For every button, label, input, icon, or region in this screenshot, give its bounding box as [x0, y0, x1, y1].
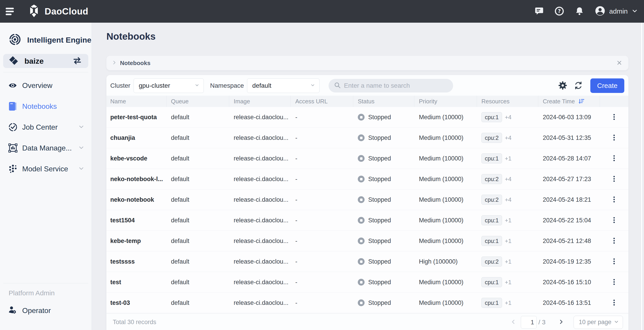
switch-workspace-icon[interactable]	[72, 56, 83, 66]
cell-access-url: -	[291, 128, 353, 148]
create-button[interactable]: Create	[590, 78, 624, 93]
cell-name[interactable]: testssss	[106, 251, 166, 272]
row-menu-button[interactable]	[610, 174, 619, 185]
stopped-status-icon	[358, 114, 364, 121]
sidebar-item-model-service[interactable]: Model Service	[0, 158, 92, 179]
chevron-right-icon	[558, 318, 564, 326]
table-row: chuanjiadefaultrelease-ci.daoclou...-Sto…	[106, 128, 628, 148]
sidebar-divider	[3, 72, 88, 72]
row-actions	[600, 189, 628, 210]
stopped-status-icon	[358, 279, 364, 285]
chevron-down-icon	[614, 319, 619, 325]
sidebar-item-operator[interactable]: Operator	[0, 300, 92, 321]
resource-extra[interactable]: +1	[505, 237, 512, 244]
resource-extra[interactable]: +1	[505, 258, 512, 265]
chevron-down-icon	[310, 83, 315, 89]
workspace-switcher[interactable]: baize	[3, 54, 88, 68]
cell-status: Stopped	[353, 148, 414, 169]
svg-text:?: ?	[558, 8, 561, 14]
page-number-input[interactable]	[521, 316, 537, 329]
settings-button[interactable]	[558, 81, 567, 91]
resource-extra[interactable]: +4	[505, 196, 512, 203]
sidebar-item-overview[interactable]: Overview	[0, 75, 92, 96]
cell-priority: Medium (10000)	[414, 128, 477, 148]
comment-icon	[534, 6, 544, 17]
row-actions	[600, 210, 628, 230]
cell-resources: cpu:1+1	[477, 272, 538, 292]
previous-page-button[interactable]	[509, 317, 518, 327]
sidebar-item-job-center[interactable]: Job Center	[0, 117, 92, 138]
resource-extra[interactable]: +1	[505, 279, 512, 286]
row-menu-button[interactable]	[610, 256, 619, 267]
resource-badge: cpu:1	[482, 153, 502, 163]
cell-name[interactable]: peter-test-quota	[106, 107, 166, 127]
kebab-menu-icon	[611, 154, 617, 163]
row-menu-button[interactable]	[610, 194, 619, 205]
row-menu-button[interactable]	[610, 297, 619, 308]
cell-status: Stopped	[353, 251, 414, 272]
table-row: neko-notebookdefaultrelease-ci.daoclou..…	[106, 189, 628, 210]
refresh-button[interactable]	[574, 81, 583, 91]
cell-name[interactable]: test1504	[106, 210, 166, 230]
table-row: test1504defaultrelease-ci.daoclou...-Sto…	[106, 210, 628, 231]
cluster-select[interactable]: gpu-cluster	[134, 78, 204, 93]
user-menu[interactable]: admin	[595, 6, 638, 17]
cell-name[interactable]: chuanjia	[106, 128, 166, 148]
cell-name[interactable]: neko-notebook-l...	[106, 169, 166, 189]
table-row: peter-test-quotadefaultrelease-ci.daoclo…	[106, 107, 628, 128]
cell-priority: Medium (10000)	[414, 189, 477, 210]
cell-name[interactable]: test-03	[106, 293, 166, 313]
sort-descending-icon[interactable]	[578, 98, 585, 105]
next-page-button[interactable]	[557, 317, 566, 327]
resource-extra[interactable]: +1	[505, 155, 512, 162]
cell-name[interactable]: neko-notebook	[106, 189, 166, 210]
sidebar-item-data-management[interactable]: Data Manage...	[0, 138, 92, 158]
table-row: kebe-tempdefaultrelease-ci.daoclou...-St…	[106, 231, 628, 251]
resource-extra[interactable]: +1	[505, 299, 512, 306]
row-menu-button[interactable]	[610, 132, 619, 143]
notebooks-panel: Cluster gpu-cluster Namespace default	[106, 75, 628, 330]
cell-name[interactable]: kebe-vscode	[106, 148, 166, 169]
cell-queue: default	[166, 189, 229, 210]
notifications-button[interactable]	[575, 6, 584, 17]
messages-button[interactable]	[534, 6, 544, 17]
row-menu-button[interactable]	[610, 235, 619, 247]
close-button[interactable]	[616, 60, 622, 67]
cell-image: release-ci.daoclou...	[229, 293, 291, 313]
kebab-menu-icon	[611, 196, 617, 204]
resource-extra[interactable]: +4	[505, 134, 512, 141]
resource-extra[interactable]: +1	[505, 217, 512, 224]
menu-toggle-button[interactable]	[6, 7, 16, 16]
resource-badge: cpu:2	[482, 256, 502, 266]
resource-extra[interactable]: +4	[505, 176, 512, 183]
column-header-create-time[interactable]: Create Time	[538, 96, 600, 107]
search-input[interactable]	[344, 82, 448, 89]
breadcrumb: Notebooks	[106, 56, 628, 70]
sidebar-item-notebooks[interactable]: Notebooks	[0, 96, 92, 117]
row-menu-button[interactable]	[610, 112, 619, 123]
help-button[interactable]: ?	[554, 6, 564, 17]
resource-extra[interactable]: +4	[505, 114, 512, 121]
stopped-status-icon	[358, 237, 364, 244]
row-menu-button[interactable]	[610, 215, 619, 226]
breadcrumb-item[interactable]: Notebooks	[120, 60, 616, 67]
resource-badge: cpu:1	[482, 236, 502, 246]
cell-name[interactable]: test	[106, 272, 166, 292]
namespace-select[interactable]: default	[247, 78, 320, 93]
cell-name[interactable]: kebe-temp	[106, 231, 166, 251]
page-size-select[interactable]: 10 per page	[574, 316, 623, 329]
operator-icon	[8, 306, 22, 315]
column-header-image: Image	[229, 96, 291, 107]
resource-badge: cpu:1	[482, 112, 502, 122]
row-menu-button[interactable]	[610, 153, 619, 164]
column-header-queue: Queue	[166, 96, 229, 107]
cell-create-time: 2024-05-31 12:35	[538, 128, 600, 148]
search-icon	[334, 82, 341, 90]
kebab-menu-icon	[611, 299, 617, 307]
eye-icon	[8, 82, 22, 89]
column-header-priority: Priority	[414, 96, 477, 107]
chevron-left-icon	[510, 318, 517, 326]
row-menu-button[interactable]	[610, 277, 619, 288]
row-actions	[600, 293, 628, 313]
scrollbar[interactable]	[640, 23, 643, 330]
